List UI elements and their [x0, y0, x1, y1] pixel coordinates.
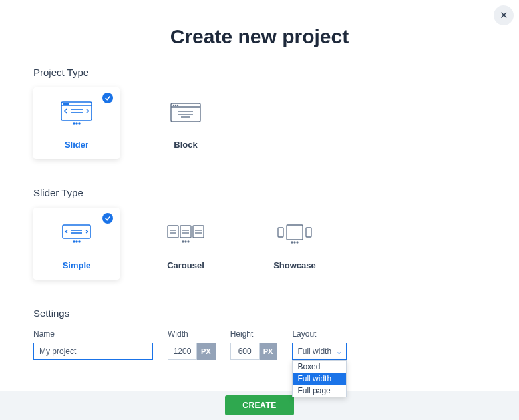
svg-rect-36	[278, 228, 283, 237]
svg-rect-24	[168, 226, 178, 238]
svg-point-8	[76, 123, 77, 124]
slider-type-simple[interactable]: Simple	[33, 208, 120, 280]
svg-rect-38	[306, 228, 311, 237]
close-icon: ✕	[500, 9, 508, 21]
create-button[interactable]: CREATE	[225, 395, 293, 415]
check-icon	[102, 93, 113, 103]
chevron-down-icon: ⌄	[336, 347, 342, 356]
layout-option-boxed[interactable]: Boxed	[293, 361, 346, 373]
card-label: Simple	[63, 260, 91, 270]
width-input[interactable]	[168, 343, 197, 360]
layout-value: Full width	[297, 347, 331, 356]
card-label: Block	[174, 140, 197, 150]
svg-point-7	[73, 123, 75, 124]
svg-rect-18	[63, 225, 90, 238]
slider-type-label: Slider Type	[33, 187, 486, 198]
height-label: Height	[230, 329, 278, 339]
slider-type-showcase[interactable]: Showcase	[252, 208, 338, 280]
svg-point-33	[182, 241, 184, 242]
check-icon	[102, 213, 113, 224]
page-title: Create new project	[33, 25, 486, 48]
svg-point-21	[73, 241, 75, 242]
layout-dropdown: Boxed Full width Full page	[292, 360, 347, 397]
svg-point-13	[175, 105, 176, 105]
svg-point-34	[185, 241, 186, 242]
svg-point-35	[188, 241, 189, 242]
settings-label: Settings	[33, 308, 486, 319]
svg-point-41	[297, 242, 298, 243]
svg-point-9	[79, 123, 80, 124]
card-label: Carousel	[167, 260, 204, 270]
svg-point-4	[67, 103, 68, 104]
height-input[interactable]	[230, 343, 260, 360]
footer-bar: CREATE	[0, 391, 519, 420]
layout-option-full-width[interactable]: Full width	[293, 373, 346, 385]
layout-option-full-page[interactable]: Full page	[293, 385, 346, 397]
svg-rect-26	[193, 226, 204, 238]
svg-point-3	[65, 103, 66, 104]
card-label: Slider	[65, 140, 88, 150]
showcase-icon	[252, 208, 338, 259]
svg-rect-37	[287, 225, 303, 240]
svg-point-12	[173, 105, 174, 105]
name-label: Name	[33, 329, 153, 339]
height-unit[interactable]: PX	[260, 343, 278, 360]
name-input[interactable]	[33, 343, 153, 360]
card-label: Showcase	[273, 260, 316, 270]
carousel-icon	[142, 208, 229, 259]
svg-point-39	[291, 242, 293, 243]
project-type-slider[interactable]: Slider	[33, 87, 120, 159]
svg-rect-25	[180, 226, 191, 238]
layout-label: Layout	[292, 329, 347, 339]
project-type-label: Project Type	[33, 67, 486, 78]
svg-point-22	[76, 241, 77, 242]
block-icon	[142, 87, 229, 138]
svg-point-23	[79, 241, 80, 242]
svg-point-2	[63, 103, 64, 104]
slider-type-carousel[interactable]: Carousel	[142, 208, 229, 280]
width-unit[interactable]: PX	[197, 343, 216, 360]
project-type-block[interactable]: Block	[142, 87, 229, 159]
layout-select[interactable]: Full width ⌄	[292, 343, 347, 360]
width-label: Width	[168, 329, 216, 339]
svg-point-40	[294, 242, 295, 243]
close-button[interactable]: ✕	[494, 5, 514, 25]
svg-point-14	[177, 105, 178, 105]
